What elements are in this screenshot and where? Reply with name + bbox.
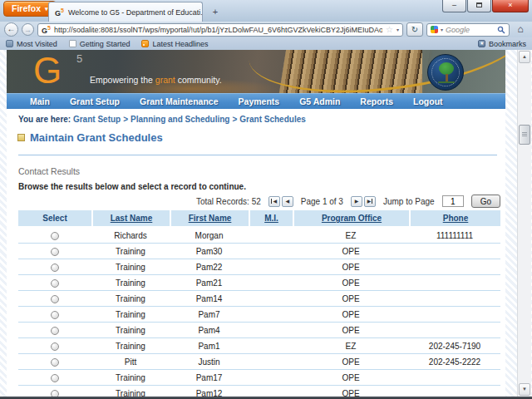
sort-program-office[interactable]: Program Office <box>322 214 382 223</box>
url-text[interactable]: http://sodalite:8081/ssolNT/wps/myportal… <box>54 26 382 34</box>
bookmark-latest-headlines[interactable]: Latest Headlines <box>141 40 208 48</box>
page-icon <box>69 40 76 47</box>
select-record-radio[interactable] <box>51 264 59 272</box>
scroll-down-button[interactable]: ▼ <box>519 383 530 396</box>
page-title: Maintain Grant Schedules <box>30 131 163 144</box>
nav-main[interactable]: Main <box>20 96 60 106</box>
nav-logout[interactable]: Logout <box>403 96 453 106</box>
sort-first-name[interactable]: First Name <box>189 214 232 223</box>
search-bar[interactable]: ▾ Google <box>426 23 510 37</box>
cell-select <box>18 338 91 354</box>
column-program-office[interactable]: Program Office <box>293 210 409 228</box>
sort-phone[interactable]: Phone <box>443 214 469 223</box>
nav-payments[interactable]: Payments <box>229 96 290 106</box>
nav-reports[interactable]: Reports <box>350 96 403 106</box>
document-icon <box>17 134 25 141</box>
back-button[interactable]: ← <box>4 22 18 37</box>
sort-mi[interactable]: M.I. <box>264 214 278 223</box>
column-last-name[interactable]: Last Name <box>91 210 170 228</box>
sort-last-name[interactable]: Last Name <box>111 214 153 223</box>
cell-phone <box>409 370 500 386</box>
cell-first-name: Pam1 <box>170 338 249 354</box>
table-row: Training Pam1 EZ 202-245-7190 <box>18 338 500 354</box>
bookmark-getting-started[interactable]: Getting Started <box>69 40 131 48</box>
select-record-radio[interactable] <box>51 279 59 288</box>
bookmark-star-icon[interactable]: ☆ <box>386 25 393 34</box>
breadcrumb-grant-schedules[interactable]: Grant Schedules <box>239 115 305 124</box>
select-record-radio[interactable] <box>51 342 59 351</box>
cell-program-office: OPE <box>293 323 409 338</box>
scrollbar-thumb[interactable] <box>519 125 530 145</box>
table-row: Training Pam17 OPE <box>18 370 500 386</box>
section-divider <box>18 155 497 155</box>
restore-button[interactable] <box>467 0 491 12</box>
google-engine-icon[interactable] <box>431 26 438 33</box>
search-input[interactable]: Google <box>446 26 495 34</box>
cell-phone <box>409 275 500 291</box>
next-page-button[interactable]: ▶ <box>351 196 362 207</box>
breadcrumb-planning-scheduling[interactable]: Planning and Scheduling <box>131 115 229 124</box>
forward-button[interactable]: → <box>22 23 34 36</box>
pager-forward-group: ▶ ▶ <box>351 196 376 207</box>
cell-program-office: OPE <box>293 307 409 323</box>
nav-grant-maintenance[interactable]: Grant Maintenance <box>130 96 229 106</box>
select-record-radio[interactable] <box>51 311 59 319</box>
cell-select <box>18 228 91 244</box>
cell-last-name: Training <box>91 275 170 291</box>
close-button[interactable]: × <box>492 0 529 12</box>
select-record-radio[interactable] <box>51 248 59 256</box>
cell-program-office: OPE <box>293 259 409 275</box>
cell-last-name: Pitt <box>91 354 170 370</box>
previous-page-button[interactable]: ◀ <box>282 196 293 207</box>
table-row: Training Pam14 OPE <box>18 291 500 307</box>
jump-to-page-input[interactable] <box>442 195 464 207</box>
breadcrumb-grant-setup[interactable]: Grant Setup <box>73 115 121 124</box>
cell-program-office: OPE <box>293 370 409 386</box>
column-phone[interactable]: Phone <box>409 210 500 228</box>
cell-phone: 202-245-7190 <box>409 338 500 354</box>
column-mi[interactable]: M.I. <box>249 210 293 228</box>
cell-select <box>18 291 91 307</box>
bookmarks-menu-button[interactable]: Bookmarks <box>478 40 526 48</box>
cell-select <box>18 259 91 275</box>
cell-last-name: Training <box>91 307 170 323</box>
next-icon: ▶ <box>367 199 372 204</box>
home-button[interactable]: ⌂ <box>513 22 528 37</box>
cell-first-name: Morgan <box>170 228 249 244</box>
cell-phone <box>409 291 500 307</box>
select-record-radio[interactable] <box>51 327 59 335</box>
select-record-radio[interactable] <box>51 390 59 397</box>
scroll-up-button[interactable]: ▲ <box>519 51 530 63</box>
select-record-radio[interactable] <box>51 295 59 303</box>
new-tab-button[interactable]: + <box>208 7 223 18</box>
table-row: Training Pam7 OPE <box>18 307 500 323</box>
last-page-button[interactable]: ▶ <box>364 196 376 207</box>
nav-grant-setup[interactable]: Grant Setup <box>60 96 130 106</box>
go-button[interactable]: Go <box>471 195 500 208</box>
column-first-name[interactable]: First Name <box>170 210 249 228</box>
cell-select <box>18 244 91 259</box>
cell-last-name: Training <box>91 259 170 275</box>
select-record-radio[interactable] <box>51 232 59 240</box>
select-record-radio[interactable] <box>51 374 59 382</box>
vertical-scrollbar[interactable]: ▲ ▼ <box>517 50 531 397</box>
first-page-button[interactable]: ◀ <box>268 196 280 207</box>
nav-g5-admin[interactable]: G5 Admin <box>289 96 350 106</box>
cell-program-office: OPE <box>293 244 409 259</box>
seal-trunk <box>446 74 448 81</box>
cell-phone: 202-245-2222 <box>409 354 500 370</box>
bookmark-most-visited[interactable]: Most Visited <box>6 40 57 48</box>
browser-tab[interactable]: G5 Welcome to G5 - Department of Educati… <box>48 2 203 22</box>
url-dropdown-icon[interactable]: ▾ <box>397 27 399 32</box>
url-bar[interactable]: G5 http://sodalite:8081/ssolNT/wps/mypor… <box>37 23 403 37</box>
select-record-radio[interactable] <box>51 358 59 367</box>
chevron-down-icon: ▾ <box>45 2 48 16</box>
cell-last-name: Training <box>91 370 170 386</box>
search-engine-dropdown-icon[interactable]: ▾ <box>441 27 443 32</box>
search-icon[interactable] <box>497 26 505 34</box>
g5-site-icon: G5 <box>42 25 51 35</box>
cell-first-name: Justin <box>170 354 249 370</box>
reload-button[interactable]: ↻ <box>406 22 423 37</box>
minimize-button[interactable]: – <box>442 0 466 12</box>
contact-results-table: Select Last Name First Name M.I. Program… <box>18 210 500 397</box>
